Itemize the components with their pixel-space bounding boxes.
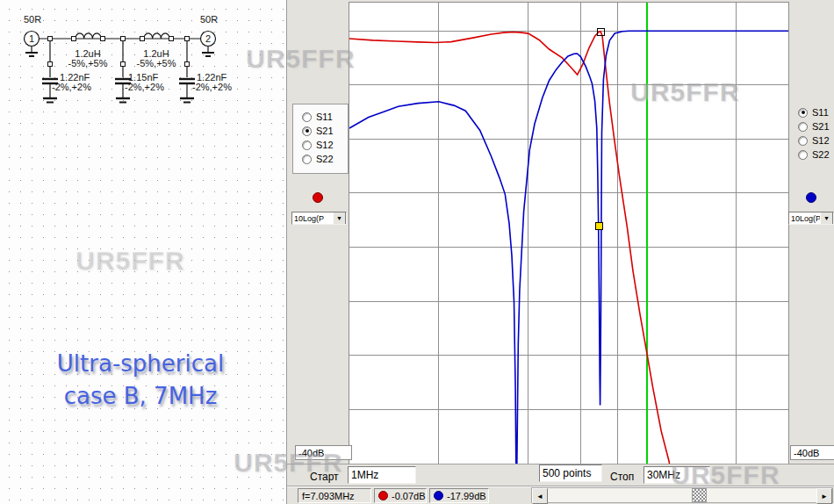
start-frequency-input[interactable] [348, 466, 416, 484]
cursor-marker-s11[interactable] [595, 222, 603, 230]
radio-label: S22 [316, 154, 334, 164]
red-trace-readout: -0.07dB [374, 488, 427, 503]
right-trace-color-indicator [806, 192, 816, 203]
radio-label: S22 [812, 149, 830, 160]
left-scale-box[interactable]: -40dB [295, 445, 352, 460]
right-format-value: 10Log(P [789, 214, 820, 223]
stop-frequency-input[interactable] [643, 466, 710, 484]
radio-circle-icon[interactable] [798, 136, 808, 146]
left-format-value: 10Log(P [292, 214, 333, 223]
radio-circle-icon[interactable] [302, 126, 312, 136]
blue-value-text: -17.99dB [447, 491, 486, 501]
frequency-scrollbar[interactable]: ◄ ► [531, 487, 833, 503]
inductor1-tolerance: -5%,+5% [68, 58, 108, 68]
cursor-frequency-readout: f=7.093MHz [298, 488, 371, 503]
radio-label: S11 [316, 112, 333, 122]
port1-number: 1 [29, 33, 34, 44]
right-format-dropdown[interactable]: 10Log(P ▼ [788, 212, 834, 225]
blue-trace-dot [806, 192, 816, 203]
scroll-right-arrow-icon[interactable]: ► [816, 488, 832, 504]
design-caption: Ultra-spherical case B, 7MHz [25, 348, 256, 413]
radio-label: S11 [812, 107, 829, 118]
radio-circle-icon[interactable] [302, 155, 312, 164]
radio-circle-icon[interactable] [302, 112, 312, 122]
cap2-tolerance: -2%,+2% [125, 82, 164, 92]
stop-label: Стоп [610, 471, 634, 483]
sparameter-plot[interactable] [349, 2, 789, 464]
radio-s22[interactable]: S22 [293, 152, 348, 166]
radio-label: S21 [812, 121, 830, 132]
trace-s11 [349, 31, 788, 464]
cap3-tolerance: -2%,+2% [192, 82, 232, 92]
chevron-down-icon[interactable]: ▼ [820, 212, 833, 225]
right-scale-label: -40dB [794, 448, 819, 458]
red-value-text: -0.07dB [392, 491, 426, 501]
inductor2-symbol [144, 33, 169, 39]
chevron-down-icon[interactable]: ▼ [333, 212, 346, 225]
right-scale-box[interactable]: -40dB [790, 445, 834, 460]
schematic-panel: 50R 50R 1 2 1.2uH -5%,+5% 1.2uH -5%,+5% … [0, 0, 287, 504]
scrollbar-thumb[interactable] [692, 488, 707, 502]
caption-line1: Ultra-spherical [25, 348, 256, 380]
red-trace-dot [313, 192, 323, 203]
blue-trace-readout: -17.99dB [429, 488, 489, 503]
radio-s12[interactable]: S12 [293, 138, 348, 152]
inductor1-symbol [75, 33, 101, 39]
radio-s11[interactable]: S11 [789, 105, 834, 119]
rf-simulator-window: 50R 50R 1 2 1.2uH -5%,+5% 1.2uH -5%,+5% … [0, 0, 834, 504]
radio-label: S21 [316, 126, 334, 136]
blue-trace-dot [434, 491, 443, 500]
red-trace-dot [378, 491, 388, 500]
cursor-marker-s21[interactable] [597, 28, 605, 36]
radio-label: S12 [812, 135, 830, 146]
radio-label: S12 [316, 140, 334, 150]
radio-s11[interactable]: S11 [293, 110, 348, 124]
radio-circle-icon[interactable] [302, 140, 312, 150]
cap1-tolerance: -2%,+2% [52, 82, 91, 92]
left-trace-color-indicator [313, 192, 323, 203]
radio-circle-icon[interactable] [798, 108, 808, 118]
left-sparam-group: S11S21S12S22 [292, 104, 349, 174]
radio-s22[interactable]: S22 [789, 148, 834, 162]
scroll-left-arrow-icon[interactable]: ◄ [532, 488, 548, 504]
trace-curves [349, 3, 788, 464]
cursor-frequency-text: f=7.093MHz [302, 491, 355, 501]
inductor2-tolerance: -5%,+5% [137, 58, 176, 68]
analysis-panel: S11S21S12S22 10Log(P ▼ -40dB S11S21S12S2… [287, 0, 834, 504]
caption-line2: case B, 7MHz [25, 380, 256, 413]
left-format-dropdown[interactable]: 10Log(P ▼ [291, 212, 347, 225]
radio-s21[interactable]: S21 [293, 124, 348, 138]
start-label: Старт [310, 471, 339, 483]
port1-impedance-label: 50R [24, 14, 41, 25]
left-scale-label: -40dB [298, 448, 324, 458]
radio-s12[interactable]: S12 [789, 133, 834, 148]
right-sparam-group: S11S21S12S22 [789, 105, 834, 162]
radio-circle-icon[interactable] [798, 122, 808, 132]
port2-impedance-label: 50R [200, 14, 218, 25]
port2-number: 2 [205, 33, 211, 44]
points-input[interactable] [539, 464, 602, 482]
radio-s21[interactable]: S21 [789, 119, 834, 133]
filter-schematic: 50R 50R 1 2 1.2uH -5%,+5% 1.2uH -5%,+5% … [0, 0, 263, 119]
radio-circle-icon[interactable] [798, 150, 808, 160]
